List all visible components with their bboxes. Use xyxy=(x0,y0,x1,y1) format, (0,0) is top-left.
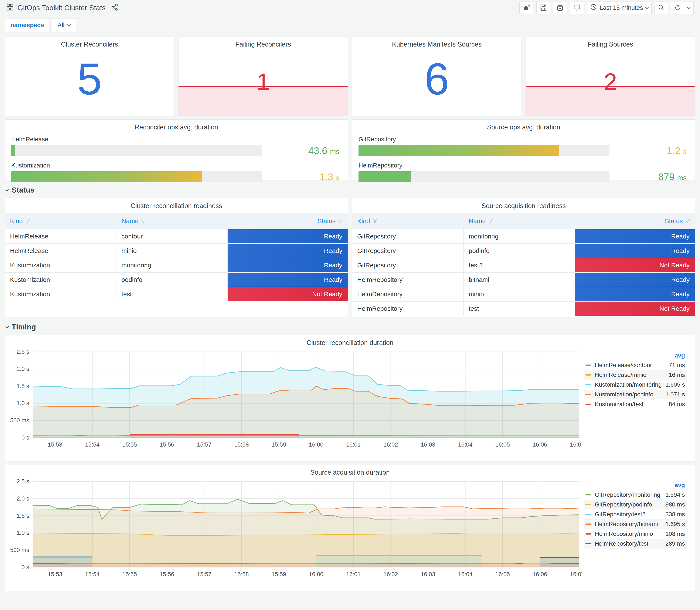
series-name[interactable]: GitRepository/podinfo xyxy=(595,501,665,508)
name-cell: bitnami xyxy=(464,273,575,287)
series-avg-value: 1.594 s xyxy=(665,492,685,498)
source-readiness-table-panel: Source acquisition readiness KindNameSta… xyxy=(352,198,695,317)
stat-value: 2 xyxy=(526,70,695,94)
column-header-name[interactable]: Name xyxy=(464,218,575,225)
series-color-swatch xyxy=(585,524,591,525)
stat-value: 1 xyxy=(179,70,348,94)
legend-item[interactable]: HelmRepository/minio108 ms xyxy=(584,529,687,539)
svg-text:16:01: 16:01 xyxy=(346,571,361,577)
filter-icon[interactable] xyxy=(338,218,343,225)
legend-item[interactable]: Kustomization/test84 ms xyxy=(584,399,687,409)
svg-text:16:06: 16:06 xyxy=(533,571,547,577)
column-header-name[interactable]: Name xyxy=(116,218,228,225)
svg-text:16:06: 16:06 xyxy=(533,441,547,448)
source-acquisition-duration-panel: Source acquisition duration 0 s500 ms1.0… xyxy=(5,465,695,591)
series-color-swatch xyxy=(585,394,591,395)
legend-item[interactable]: HelmRepository/test289 ms xyxy=(584,539,687,549)
chart-legend: avgHelmRelease/contour71 msHelmRelease/m… xyxy=(582,348,692,450)
panel-title: Source ops avg. duration xyxy=(358,120,689,131)
save-dashboard-button[interactable] xyxy=(536,1,550,14)
legend-avg-header[interactable]: avg xyxy=(584,351,687,360)
stat-value: 5 xyxy=(5,57,174,101)
filter-icon[interactable] xyxy=(488,218,493,225)
table-row: GitRepositorypodinfoReady xyxy=(352,243,695,258)
svg-text:16:00: 16:00 xyxy=(309,441,323,448)
dashboard-settings-button[interactable] xyxy=(553,1,567,14)
series-avg-value: 980 ms xyxy=(665,501,685,508)
name-cell: podinfo xyxy=(464,244,575,258)
series-name[interactable]: HelmRepository/test xyxy=(595,540,665,547)
table-row: KustomizationtestNot Ready xyxy=(5,287,348,301)
legend-avg-header[interactable]: avg xyxy=(584,481,687,490)
legend-item[interactable]: GitRepository/podinfo980 ms xyxy=(584,500,687,510)
cluster-reconciliation-duration-panel: Cluster reconciliation duration 0 s500 m… xyxy=(5,335,695,461)
column-header-status[interactable]: Status xyxy=(575,218,695,225)
legend-item[interactable]: HelmRepository/bitnami1.695 s xyxy=(584,519,687,529)
namespace-filter-label[interactable]: namespace xyxy=(5,18,50,32)
legend-item[interactable]: Kustomization/podinfo1.071 s xyxy=(584,390,687,399)
legend-item[interactable]: HelmRelease/minio16 ms xyxy=(584,370,687,380)
svg-text:2.0 s: 2.0 s xyxy=(17,366,29,372)
add-panel-button[interactable] xyxy=(519,1,533,14)
series-avg-value: 108 ms xyxy=(665,530,685,537)
legend-item[interactable]: HelmRelease/contour71 ms xyxy=(584,360,687,370)
series-name[interactable]: HelmRepository/bitnami xyxy=(595,521,665,528)
time-range-picker[interactable]: Last 15 minutes xyxy=(587,1,652,14)
refresh-button[interactable] xyxy=(671,1,694,14)
table-row: GitRepositorytest2Not Ready xyxy=(352,258,695,272)
kind-cell: HelmRelease xyxy=(5,229,116,243)
kind-cell: GitRepository xyxy=(352,244,464,258)
gauge-fill xyxy=(11,171,202,182)
time-series-plot[interactable]: 0 s500 ms1.0 s1.5 s2.0 s2.5 s15:5315:541… xyxy=(8,348,582,450)
filter-icon[interactable] xyxy=(25,218,30,225)
cycle-view-button[interactable] xyxy=(570,1,584,14)
namespace-filter-value[interactable]: All xyxy=(52,18,76,32)
status-cell: Ready xyxy=(575,273,695,287)
status-badge: Ready xyxy=(228,273,348,287)
chevron-down-icon xyxy=(5,188,9,191)
refresh-interval-dropdown[interactable] xyxy=(684,1,694,14)
series-name[interactable]: HelmRelease/contour xyxy=(595,362,669,369)
column-header-kind[interactable]: Kind xyxy=(5,218,116,225)
series-name[interactable]: Kustomization/podinfo xyxy=(595,391,665,398)
column-header-status[interactable]: Status xyxy=(228,218,348,225)
share-icon[interactable] xyxy=(111,4,118,12)
svg-text:0 s: 0 s xyxy=(21,434,29,441)
series-name[interactable]: GitRepository/monitoring xyxy=(595,492,665,498)
series-color-swatch xyxy=(585,514,591,515)
zoom-out-button[interactable] xyxy=(654,1,668,14)
legend-item[interactable]: GitRepository/test2338 ms xyxy=(584,510,687,519)
dashboard-page: GitOps Toolkit Cluster Stats Last 15 min… xyxy=(0,0,700,610)
section-status[interactable]: Status xyxy=(6,186,695,194)
gauge-track xyxy=(358,145,609,156)
filter-icon[interactable] xyxy=(373,218,377,225)
series-name[interactable]: HelmRepository/minio xyxy=(595,530,665,537)
series-name[interactable]: GitRepository/test2 xyxy=(595,511,665,518)
legend-item[interactable]: GitRepository/monitoring1.594 s xyxy=(584,490,687,500)
refresh-icon[interactable] xyxy=(671,1,684,14)
status-cell: Ready xyxy=(228,229,348,243)
filter-icon[interactable] xyxy=(685,218,690,225)
section-timing[interactable]: Timing xyxy=(6,323,695,331)
kind-cell: GitRepository xyxy=(352,258,464,272)
status-badge: Not Ready xyxy=(575,258,695,272)
series-name[interactable]: HelmRelease/minio xyxy=(595,371,669,378)
svg-text:15:57: 15:57 xyxy=(197,441,212,448)
time-series-plot[interactable]: 0 s500 ms1.0 s1.5 s2.0 s2.5 s15:5315:541… xyxy=(8,478,582,580)
panel-title: Source acquisition duration xyxy=(8,465,692,476)
gauge-row-kustomization: Kustomization 1.3 s xyxy=(11,162,342,182)
status-cell: Not Ready xyxy=(575,258,695,272)
svg-text:500 ms: 500 ms xyxy=(10,547,29,553)
readiness-table: KindNameStatusHelmReleasecontourReadyHel… xyxy=(5,213,348,301)
svg-text:16:05: 16:05 xyxy=(495,441,510,448)
filter-icon[interactable] xyxy=(141,218,146,225)
stat-kubernetes-manifests-sources: Kubernetes Manifests Sources 6 xyxy=(352,36,522,116)
legend-item[interactable]: Kustomization/monitoring1.605 s xyxy=(584,380,687,390)
gauge-label: HelmRelease xyxy=(11,136,342,143)
svg-text:16:03: 16:03 xyxy=(421,441,436,448)
series-name[interactable]: Kustomization/test xyxy=(595,401,669,408)
series-name[interactable]: Kustomization/monitoring xyxy=(595,381,665,388)
column-header-kind[interactable]: Kind xyxy=(352,218,464,225)
dashboard-grid-icon[interactable] xyxy=(6,4,14,12)
readiness-table: KindNameStatusGitRepositorymonitoringRea… xyxy=(352,213,695,316)
